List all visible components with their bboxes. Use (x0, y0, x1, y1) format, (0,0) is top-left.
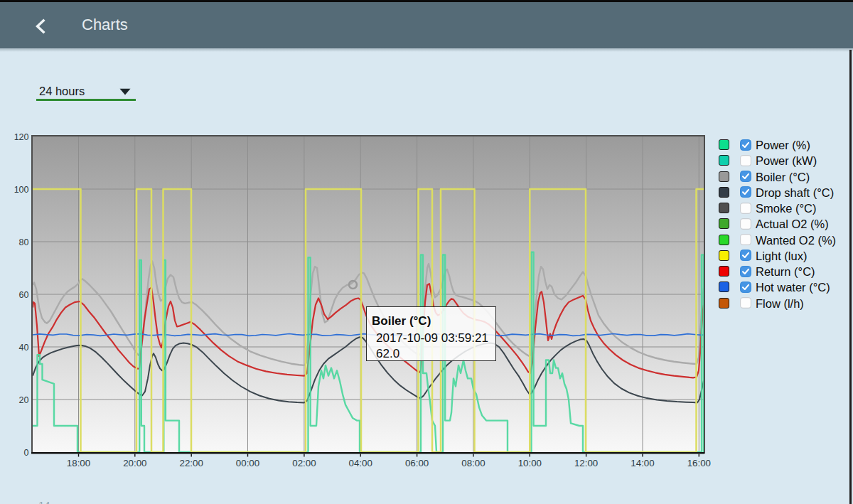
svg-text:10:00: 10:00 (518, 458, 542, 468)
svg-text:22:00: 22:00 (180, 458, 203, 468)
svg-text:04:00: 04:00 (349, 458, 372, 468)
svg-text:60: 60 (19, 290, 29, 300)
svg-text:80: 80 (19, 237, 29, 247)
svg-text:06:00: 06:00 (405, 458, 429, 468)
svg-text:100: 100 (14, 185, 29, 195)
svg-text:14:00: 14:00 (631, 458, 654, 468)
svg-text:16:00: 16:00 (687, 458, 711, 468)
svg-text:08:00: 08:00 (461, 458, 485, 468)
svg-text:40: 40 (19, 343, 29, 353)
svg-text:02:00: 02:00 (292, 458, 316, 468)
svg-text:120: 120 (14, 132, 29, 142)
svg-text:12:00: 12:00 (574, 458, 598, 468)
svg-text:00:00: 00:00 (236, 458, 259, 468)
svg-text:0: 0 (24, 448, 29, 458)
svg-text:18:00: 18:00 (67, 458, 90, 468)
svg-text:20:00: 20:00 (123, 458, 146, 468)
svg-text:20: 20 (19, 395, 29, 405)
